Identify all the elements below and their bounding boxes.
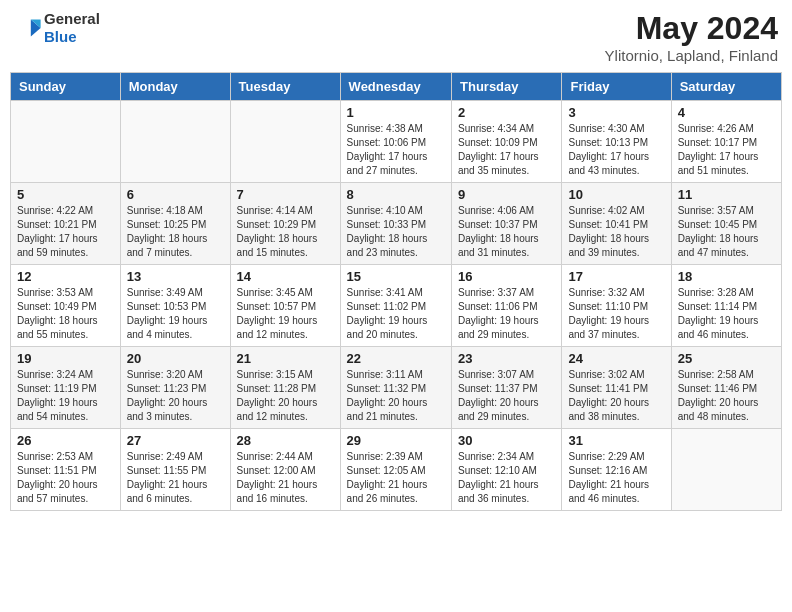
day-info: Sunrise: 3:32 AMSunset: 11:10 PMDaylight… [568, 286, 664, 342]
day-info: Sunrise: 4:34 AMSunset: 10:09 PMDaylight… [458, 122, 555, 178]
calendar-cell [11, 101, 121, 183]
day-number: 13 [127, 269, 224, 284]
day-number: 29 [347, 433, 445, 448]
calendar-cell: 29Sunrise: 2:39 AMSunset: 12:05 AMDaylig… [340, 429, 451, 511]
day-number: 1 [347, 105, 445, 120]
day-info: Sunrise: 4:22 AMSunset: 10:21 PMDaylight… [17, 204, 114, 260]
day-info: Sunrise: 2:53 AMSunset: 11:51 PMDaylight… [17, 450, 114, 506]
calendar-cell: 23Sunrise: 3:07 AMSunset: 11:37 PMDaylig… [452, 347, 562, 429]
calendar-cell: 3Sunrise: 4:30 AMSunset: 10:13 PMDayligh… [562, 101, 671, 183]
day-info: Sunrise: 2:34 AMSunset: 12:10 AMDaylight… [458, 450, 555, 506]
day-info: Sunrise: 4:18 AMSunset: 10:25 PMDaylight… [127, 204, 224, 260]
day-number: 26 [17, 433, 114, 448]
calendar-cell: 18Sunrise: 3:28 AMSunset: 11:14 PMDaylig… [671, 265, 781, 347]
logo-blue: Blue [44, 28, 100, 46]
calendar-cell: 9Sunrise: 4:06 AMSunset: 10:37 PMDayligh… [452, 183, 562, 265]
calendar-cell: 20Sunrise: 3:20 AMSunset: 11:23 PMDaylig… [120, 347, 230, 429]
day-number: 20 [127, 351, 224, 366]
month-title: May 2024 [605, 10, 778, 47]
calendar-cell: 10Sunrise: 4:02 AMSunset: 10:41 PMDaylig… [562, 183, 671, 265]
day-number: 5 [17, 187, 114, 202]
calendar-cell: 1Sunrise: 4:38 AMSunset: 10:06 PMDayligh… [340, 101, 451, 183]
day-info: Sunrise: 2:49 AMSunset: 11:55 PMDaylight… [127, 450, 224, 506]
day-number: 3 [568, 105, 664, 120]
calendar-week-row: 19Sunrise: 3:24 AMSunset: 11:19 PMDaylig… [11, 347, 782, 429]
day-number: 16 [458, 269, 555, 284]
day-info: Sunrise: 3:20 AMSunset: 11:23 PMDaylight… [127, 368, 224, 424]
day-info: Sunrise: 4:38 AMSunset: 10:06 PMDaylight… [347, 122, 445, 178]
calendar-cell: 22Sunrise: 3:11 AMSunset: 11:32 PMDaylig… [340, 347, 451, 429]
day-number: 23 [458, 351, 555, 366]
calendar-cell: 7Sunrise: 4:14 AMSunset: 10:29 PMDayligh… [230, 183, 340, 265]
day-number: 17 [568, 269, 664, 284]
day-info: Sunrise: 3:02 AMSunset: 11:41 PMDaylight… [568, 368, 664, 424]
calendar-cell: 26Sunrise: 2:53 AMSunset: 11:51 PMDaylig… [11, 429, 121, 511]
day-info: Sunrise: 3:24 AMSunset: 11:19 PMDaylight… [17, 368, 114, 424]
calendar-cell: 11Sunrise: 3:57 AMSunset: 10:45 PMDaylig… [671, 183, 781, 265]
day-info: Sunrise: 4:06 AMSunset: 10:37 PMDaylight… [458, 204, 555, 260]
calendar-table: SundayMondayTuesdayWednesdayThursdayFrid… [10, 72, 782, 511]
day-number: 11 [678, 187, 775, 202]
day-header-monday: Monday [120, 73, 230, 101]
calendar-cell: 4Sunrise: 4:26 AMSunset: 10:17 PMDayligh… [671, 101, 781, 183]
day-info: Sunrise: 3:57 AMSunset: 10:45 PMDaylight… [678, 204, 775, 260]
day-number: 15 [347, 269, 445, 284]
day-info: Sunrise: 3:15 AMSunset: 11:28 PMDaylight… [237, 368, 334, 424]
day-info: Sunrise: 3:49 AMSunset: 10:53 PMDaylight… [127, 286, 224, 342]
title-section: May 2024 Ylitornio, Lapland, Finland [605, 10, 778, 64]
day-info: Sunrise: 3:11 AMSunset: 11:32 PMDaylight… [347, 368, 445, 424]
day-info: Sunrise: 3:07 AMSunset: 11:37 PMDaylight… [458, 368, 555, 424]
day-info: Sunrise: 3:41 AMSunset: 11:02 PMDaylight… [347, 286, 445, 342]
calendar-cell: 13Sunrise: 3:49 AMSunset: 10:53 PMDaylig… [120, 265, 230, 347]
calendar-cell: 8Sunrise: 4:10 AMSunset: 10:33 PMDayligh… [340, 183, 451, 265]
day-number: 10 [568, 187, 664, 202]
day-info: Sunrise: 4:02 AMSunset: 10:41 PMDaylight… [568, 204, 664, 260]
day-number: 8 [347, 187, 445, 202]
calendar-week-row: 26Sunrise: 2:53 AMSunset: 11:51 PMDaylig… [11, 429, 782, 511]
calendar-cell: 5Sunrise: 4:22 AMSunset: 10:21 PMDayligh… [11, 183, 121, 265]
calendar-cell: 30Sunrise: 2:34 AMSunset: 12:10 AMDaylig… [452, 429, 562, 511]
logo-general: General [44, 10, 100, 28]
logo-text: General Blue [44, 10, 100, 46]
calendar-cell: 15Sunrise: 3:41 AMSunset: 11:02 PMDaylig… [340, 265, 451, 347]
day-info: Sunrise: 3:45 AMSunset: 10:57 PMDaylight… [237, 286, 334, 342]
day-info: Sunrise: 4:26 AMSunset: 10:17 PMDaylight… [678, 122, 775, 178]
calendar-cell: 14Sunrise: 3:45 AMSunset: 10:57 PMDaylig… [230, 265, 340, 347]
calendar-cell: 6Sunrise: 4:18 AMSunset: 10:25 PMDayligh… [120, 183, 230, 265]
calendar-cell: 17Sunrise: 3:32 AMSunset: 11:10 PMDaylig… [562, 265, 671, 347]
day-number: 7 [237, 187, 334, 202]
location: Ylitornio, Lapland, Finland [605, 47, 778, 64]
calendar-cell: 16Sunrise: 3:37 AMSunset: 11:06 PMDaylig… [452, 265, 562, 347]
day-number: 4 [678, 105, 775, 120]
calendar-cell: 25Sunrise: 2:58 AMSunset: 11:46 PMDaylig… [671, 347, 781, 429]
day-number: 25 [678, 351, 775, 366]
day-header-saturday: Saturday [671, 73, 781, 101]
day-info: Sunrise: 3:37 AMSunset: 11:06 PMDaylight… [458, 286, 555, 342]
calendar-cell: 27Sunrise: 2:49 AMSunset: 11:55 PMDaylig… [120, 429, 230, 511]
day-number: 31 [568, 433, 664, 448]
day-number: 30 [458, 433, 555, 448]
day-info: Sunrise: 4:10 AMSunset: 10:33 PMDaylight… [347, 204, 445, 260]
day-number: 19 [17, 351, 114, 366]
calendar-week-row: 5Sunrise: 4:22 AMSunset: 10:21 PMDayligh… [11, 183, 782, 265]
day-info: Sunrise: 2:39 AMSunset: 12:05 AMDaylight… [347, 450, 445, 506]
calendar-cell: 21Sunrise: 3:15 AMSunset: 11:28 PMDaylig… [230, 347, 340, 429]
logo-icon [14, 14, 42, 42]
day-number: 2 [458, 105, 555, 120]
day-info: Sunrise: 2:44 AMSunset: 12:00 AMDaylight… [237, 450, 334, 506]
day-number: 27 [127, 433, 224, 448]
day-info: Sunrise: 4:14 AMSunset: 10:29 PMDaylight… [237, 204, 334, 260]
calendar-cell: 31Sunrise: 2:29 AMSunset: 12:16 AMDaylig… [562, 429, 671, 511]
calendar-cell [230, 101, 340, 183]
calendar-week-row: 12Sunrise: 3:53 AMSunset: 10:49 PMDaylig… [11, 265, 782, 347]
day-header-wednesday: Wednesday [340, 73, 451, 101]
page-header: General Blue May 2024 Ylitornio, Lapland… [10, 10, 782, 64]
day-number: 28 [237, 433, 334, 448]
day-header-sunday: Sunday [11, 73, 121, 101]
day-info: Sunrise: 2:29 AMSunset: 12:16 AMDaylight… [568, 450, 664, 506]
calendar-header-row: SundayMondayTuesdayWednesdayThursdayFrid… [11, 73, 782, 101]
calendar-cell: 2Sunrise: 4:34 AMSunset: 10:09 PMDayligh… [452, 101, 562, 183]
calendar-cell: 12Sunrise: 3:53 AMSunset: 10:49 PMDaylig… [11, 265, 121, 347]
day-header-friday: Friday [562, 73, 671, 101]
day-number: 12 [17, 269, 114, 284]
